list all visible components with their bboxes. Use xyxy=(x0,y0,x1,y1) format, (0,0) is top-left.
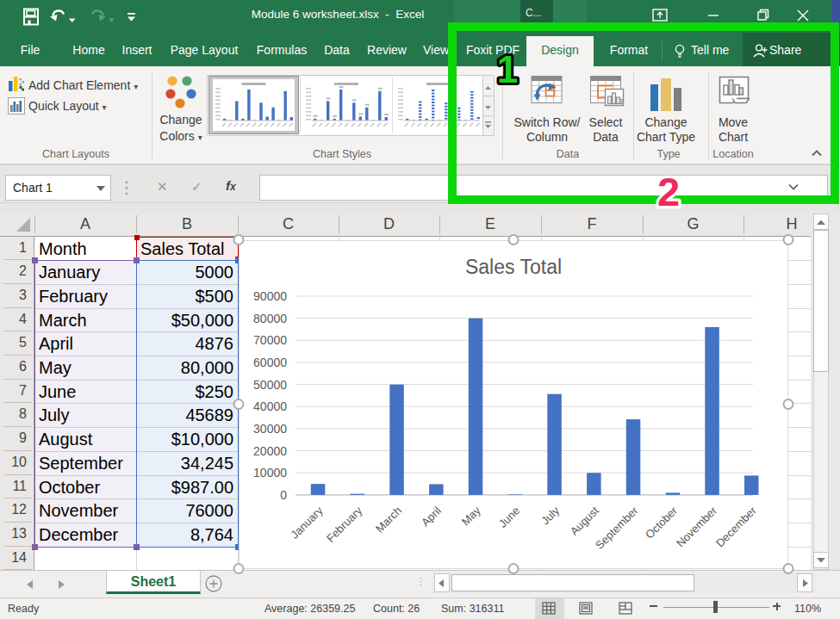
svg-text:10000: 10000 xyxy=(253,466,287,480)
svg-text:October: October xyxy=(643,503,681,541)
svg-text:2: 2 xyxy=(657,169,680,214)
svg-text:September: September xyxy=(593,503,641,551)
svg-text:50000: 50000 xyxy=(253,377,287,391)
svg-text:April: April xyxy=(419,504,444,529)
svg-text:May: May xyxy=(459,504,483,528)
svg-text:August: August xyxy=(568,504,601,537)
svg-text:Sales Total: Sales Total xyxy=(465,256,562,278)
svg-text:July: July xyxy=(538,504,562,527)
svg-text:November: November xyxy=(674,503,719,548)
svg-text:February: February xyxy=(324,504,365,545)
svg-text:0: 0 xyxy=(280,487,287,501)
svg-text:80000: 80000 xyxy=(253,311,287,325)
svg-text:January: January xyxy=(288,504,326,542)
svg-text:June: June xyxy=(496,504,523,530)
svg-text:30000: 30000 xyxy=(253,421,287,435)
svg-text:20000: 20000 xyxy=(253,443,287,457)
svg-text:1: 1 xyxy=(497,48,518,90)
svg-text:70000: 70000 xyxy=(253,333,287,347)
svg-text:December: December xyxy=(713,503,759,548)
svg-text:March: March xyxy=(373,504,404,535)
svg-text:90000: 90000 xyxy=(253,289,287,303)
svg-text:60000: 60000 xyxy=(253,355,287,368)
svg-text:40000: 40000 xyxy=(253,399,287,413)
